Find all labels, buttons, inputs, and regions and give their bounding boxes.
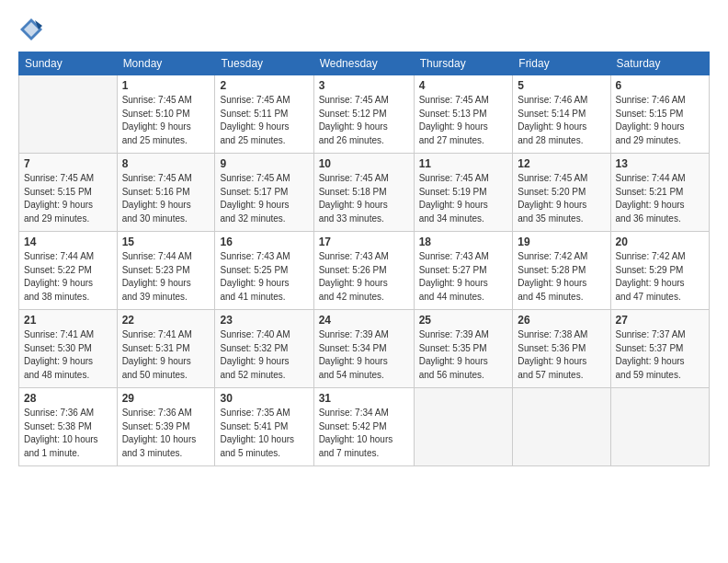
- day-info: Sunrise: 7:38 AMSunset: 5:36 PMDaylight:…: [518, 328, 605, 382]
- day-info: Sunrise: 7:45 AMSunset: 5:10 PMDaylight:…: [122, 94, 210, 147]
- calendar-day-cell: 28Sunrise: 7:36 AMSunset: 5:38 PMDayligh…: [19, 388, 118, 466]
- day-number: 13: [616, 157, 704, 170]
- calendar-day-cell: 23Sunrise: 7:40 AMSunset: 5:32 PMDayligh…: [215, 310, 313, 388]
- day-number: 31: [319, 392, 409, 405]
- day-number: 26: [518, 314, 605, 327]
- calendar-day-cell: 1Sunrise: 7:45 AMSunset: 5:10 PMDaylight…: [117, 75, 215, 154]
- day-info: Sunrise: 7:45 AMSunset: 5:15 PMDaylight:…: [24, 172, 112, 225]
- calendar-day-cell: [513, 388, 610, 466]
- calendar-day-cell: 17Sunrise: 7:43 AMSunset: 5:26 PMDayligh…: [313, 232, 414, 310]
- day-info: Sunrise: 7:39 AMSunset: 5:34 PMDaylight:…: [319, 328, 409, 382]
- calendar-week-row: 28Sunrise: 7:36 AMSunset: 5:38 PMDayligh…: [19, 388, 710, 466]
- day-number: 30: [220, 392, 308, 405]
- day-info: Sunrise: 7:45 AMSunset: 5:16 PMDaylight:…: [122, 172, 210, 225]
- day-number: 14: [24, 236, 112, 248]
- calendar-day-cell: 16Sunrise: 7:43 AMSunset: 5:25 PMDayligh…: [215, 232, 313, 310]
- calendar-day-cell: 18Sunrise: 7:43 AMSunset: 5:27 PMDayligh…: [414, 232, 513, 310]
- day-number: 22: [122, 314, 210, 327]
- day-info: Sunrise: 7:45 AMSunset: 5:11 PMDaylight:…: [220, 94, 308, 147]
- calendar-day-cell: 20Sunrise: 7:42 AMSunset: 5:29 PMDayligh…: [610, 232, 709, 310]
- calendar-day-cell: 21Sunrise: 7:41 AMSunset: 5:30 PMDayligh…: [19, 310, 118, 388]
- day-info: Sunrise: 7:44 AMSunset: 5:21 PMDaylight:…: [616, 172, 704, 225]
- calendar-day-cell: 27Sunrise: 7:37 AMSunset: 5:37 PMDayligh…: [610, 310, 709, 388]
- day-info: Sunrise: 7:36 AMSunset: 5:39 PMDaylight:…: [122, 407, 210, 460]
- col-saturday: Saturday: [610, 52, 709, 75]
- calendar-day-cell: 9Sunrise: 7:45 AMSunset: 5:17 PMDaylight…: [215, 154, 313, 232]
- day-info: Sunrise: 7:40 AMSunset: 5:32 PMDaylight:…: [220, 328, 308, 382]
- calendar-day-cell: 13Sunrise: 7:44 AMSunset: 5:21 PMDayligh…: [610, 154, 709, 232]
- calendar-table: Sunday Monday Tuesday Wednesday Thursday…: [18, 52, 710, 466]
- day-info: Sunrise: 7:44 AMSunset: 5:23 PMDaylight:…: [122, 250, 210, 304]
- day-info: Sunrise: 7:46 AMSunset: 5:15 PMDaylight:…: [616, 94, 704, 147]
- day-info: Sunrise: 7:41 AMSunset: 5:31 PMDaylight:…: [122, 328, 210, 382]
- calendar-day-cell: 30Sunrise: 7:35 AMSunset: 5:41 PMDayligh…: [215, 388, 313, 466]
- calendar-day-cell: 3Sunrise: 7:45 AMSunset: 5:12 PMDaylight…: [313, 75, 414, 154]
- day-info: Sunrise: 7:45 AMSunset: 5:12 PMDaylight:…: [319, 94, 409, 147]
- day-number: 19: [518, 236, 605, 248]
- calendar-header-row: Sunday Monday Tuesday Wednesday Thursday…: [19, 52, 710, 75]
- calendar-day-cell: 10Sunrise: 7:45 AMSunset: 5:18 PMDayligh…: [313, 154, 414, 232]
- day-number: 28: [24, 392, 112, 405]
- day-number: 11: [419, 157, 508, 170]
- day-number: 8: [122, 157, 210, 170]
- day-info: Sunrise: 7:45 AMSunset: 5:19 PMDaylight:…: [419, 172, 508, 225]
- calendar-day-cell: 12Sunrise: 7:45 AMSunset: 5:20 PMDayligh…: [513, 154, 610, 232]
- day-info: Sunrise: 7:44 AMSunset: 5:22 PMDaylight:…: [24, 250, 112, 304]
- day-number: 10: [319, 157, 409, 170]
- calendar-day-cell: [19, 75, 118, 154]
- day-number: 16: [220, 236, 308, 248]
- day-number: 21: [24, 314, 112, 327]
- calendar-day-cell: 2Sunrise: 7:45 AMSunset: 5:11 PMDaylight…: [215, 75, 313, 154]
- calendar-day-cell: 7Sunrise: 7:45 AMSunset: 5:15 PMDaylight…: [19, 154, 118, 232]
- day-number: 24: [319, 314, 409, 327]
- calendar-day-cell: 24Sunrise: 7:39 AMSunset: 5:34 PMDayligh…: [313, 310, 414, 388]
- calendar-day-cell: 31Sunrise: 7:34 AMSunset: 5:42 PMDayligh…: [313, 388, 414, 466]
- day-number: 7: [24, 157, 112, 170]
- day-number: 25: [419, 314, 508, 327]
- calendar-day-cell: 25Sunrise: 7:39 AMSunset: 5:35 PMDayligh…: [414, 310, 513, 388]
- calendar-day-cell: 5Sunrise: 7:46 AMSunset: 5:14 PMDaylight…: [513, 75, 610, 154]
- col-wednesday: Wednesday: [313, 52, 414, 75]
- day-info: Sunrise: 7:43 AMSunset: 5:26 PMDaylight:…: [319, 250, 409, 304]
- day-info: Sunrise: 7:43 AMSunset: 5:25 PMDaylight:…: [220, 250, 308, 304]
- day-info: Sunrise: 7:37 AMSunset: 5:37 PMDaylight:…: [616, 328, 704, 382]
- day-number: 23: [220, 314, 308, 327]
- calendar-week-row: 1Sunrise: 7:45 AMSunset: 5:10 PMDaylight…: [19, 75, 710, 154]
- col-friday: Friday: [513, 52, 610, 75]
- col-tuesday: Tuesday: [215, 52, 313, 75]
- calendar-week-row: 14Sunrise: 7:44 AMSunset: 5:22 PMDayligh…: [19, 232, 710, 310]
- day-info: Sunrise: 7:43 AMSunset: 5:27 PMDaylight:…: [419, 250, 508, 304]
- day-info: Sunrise: 7:39 AMSunset: 5:35 PMDaylight:…: [419, 328, 508, 382]
- day-info: Sunrise: 7:36 AMSunset: 5:38 PMDaylight:…: [24, 407, 112, 460]
- day-number: 5: [518, 79, 605, 92]
- day-number: 1: [122, 79, 210, 92]
- day-number: 4: [419, 79, 508, 92]
- day-number: 20: [616, 236, 704, 248]
- logo-icon: [18, 17, 44, 42]
- day-number: 27: [616, 314, 704, 327]
- calendar-day-cell: 14Sunrise: 7:44 AMSunset: 5:22 PMDayligh…: [19, 232, 118, 310]
- col-monday: Monday: [117, 52, 215, 75]
- day-info: Sunrise: 7:35 AMSunset: 5:41 PMDaylight:…: [220, 407, 308, 460]
- logo: [18, 17, 48, 42]
- day-number: 9: [220, 157, 308, 170]
- day-number: 3: [319, 79, 409, 92]
- day-number: 6: [616, 79, 704, 92]
- day-info: Sunrise: 7:45 AMSunset: 5:13 PMDaylight:…: [419, 94, 508, 147]
- day-info: Sunrise: 7:45 AMSunset: 5:17 PMDaylight:…: [220, 172, 308, 225]
- calendar-day-cell: 26Sunrise: 7:38 AMSunset: 5:36 PMDayligh…: [513, 310, 610, 388]
- day-number: 2: [220, 79, 308, 92]
- calendar-day-cell: 6Sunrise: 7:46 AMSunset: 5:15 PMDaylight…: [610, 75, 709, 154]
- day-info: Sunrise: 7:45 AMSunset: 5:18 PMDaylight:…: [319, 172, 409, 225]
- day-info: Sunrise: 7:46 AMSunset: 5:14 PMDaylight:…: [518, 94, 605, 147]
- col-sunday: Sunday: [19, 52, 118, 75]
- calendar-day-cell: [414, 388, 513, 466]
- day-number: 12: [518, 157, 605, 170]
- calendar-day-cell: [610, 388, 709, 466]
- calendar-day-cell: 11Sunrise: 7:45 AMSunset: 5:19 PMDayligh…: [414, 154, 513, 232]
- calendar-day-cell: 15Sunrise: 7:44 AMSunset: 5:23 PMDayligh…: [117, 232, 215, 310]
- day-info: Sunrise: 7:42 AMSunset: 5:29 PMDaylight:…: [616, 250, 704, 304]
- page-header: [18, 17, 710, 42]
- day-number: 15: [122, 236, 210, 248]
- day-info: Sunrise: 7:41 AMSunset: 5:30 PMDaylight:…: [24, 328, 112, 382]
